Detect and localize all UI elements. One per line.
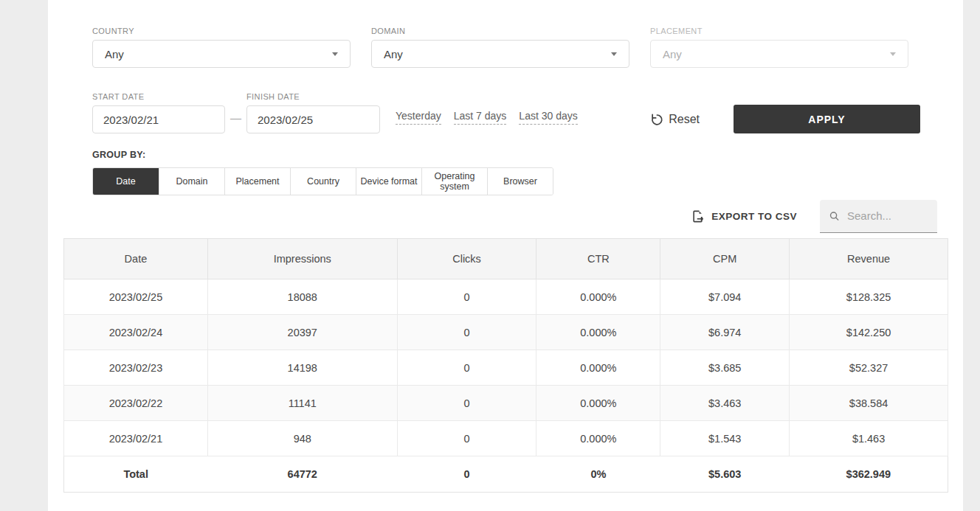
search-box <box>820 200 937 233</box>
cell-ctr: 0.000% <box>536 421 660 456</box>
table-body: 2023/02/25 18088 0 0.000% $7.094 $128.32… <box>64 279 948 456</box>
start-date-input[interactable] <box>92 105 225 133</box>
cell-cpm: $1.543 <box>660 421 790 456</box>
table-header-row: Date Impressions Clicks CTR CPM Revenue <box>64 239 948 279</box>
stats-table: Date Impressions Clicks CTR CPM Revenue … <box>63 238 948 493</box>
start-date-field: START DATE <box>92 92 225 133</box>
table-toolbar: EXPORT TO CSV <box>48 199 937 233</box>
domain-select-value: Any <box>384 48 403 60</box>
total-row: Total 64772 0 0% $5.603 $362.949 <box>64 456 948 493</box>
cell-date: 2023/02/22 <box>64 386 208 421</box>
table-row: 2023/02/23 14198 0 0.000% $3.685 $52.327 <box>64 350 948 386</box>
search-icon <box>829 209 840 223</box>
tab-device-format[interactable]: Device format <box>356 168 421 195</box>
domain-select[interactable]: Any <box>371 40 629 68</box>
reset-label: Reset <box>669 113 700 126</box>
table-row: 2023/02/24 20397 0 0.000% $6.974 $142.25… <box>64 315 948 350</box>
total-ctr: 0% <box>536 456 660 493</box>
country-select[interactable]: Any <box>92 40 351 68</box>
placement-field: PLACEMENT Any <box>650 27 908 68</box>
cell-ctr: 0.000% <box>536 315 660 350</box>
col-header-clicks: Clicks <box>397 239 536 279</box>
cell-revenue: $142.250 <box>790 315 948 350</box>
tab-browser[interactable]: Browser <box>487 168 553 195</box>
cell-date: 2023/02/21 <box>64 421 208 456</box>
export-csv-button[interactable]: EXPORT TO CSV <box>691 209 797 223</box>
cell-impressions: 20397 <box>207 315 397 350</box>
start-date-label: START DATE <box>92 92 225 101</box>
col-header-impressions: Impressions <box>207 239 397 279</box>
table-row: 2023/02/21 948 0 0.000% $1.543 $1.463 <box>64 421 948 456</box>
filter-row-selects: COUNTRY Any DOMAIN Any PLACEMENT Any <box>48 0 963 68</box>
cell-clicks: 0 <box>397 421 536 456</box>
quick-range-last30[interactable]: Last 30 days <box>519 110 577 125</box>
total-cpm: $5.603 <box>660 456 790 493</box>
placement-select-value: Any <box>663 48 682 60</box>
quick-range-links: Yesterday Last 7 days Last 30 days <box>396 110 578 125</box>
quick-range-yesterday[interactable]: Yesterday <box>396 110 441 125</box>
quick-range-last7[interactable]: Last 7 days <box>454 110 507 125</box>
cell-revenue: $52.327 <box>790 350 948 386</box>
cell-date: 2023/02/24 <box>64 315 208 350</box>
chevron-down-icon <box>890 52 896 56</box>
date-range-dash: — <box>230 111 241 124</box>
chevron-down-icon <box>332 52 338 56</box>
cell-clicks: 0 <box>397 315 536 350</box>
placement-label: PLACEMENT <box>650 27 908 35</box>
chevron-down-icon <box>611 52 617 56</box>
col-header-date: Date <box>64 239 208 279</box>
reset-button[interactable]: Reset <box>650 113 700 126</box>
cell-ctr: 0.000% <box>536 279 660 315</box>
total-clicks: 0 <box>397 456 536 493</box>
cell-impressions: 14198 <box>207 350 397 386</box>
cell-cpm: $7.094 <box>660 279 790 315</box>
cell-revenue: $128.325 <box>790 279 948 315</box>
col-header-cpm: CPM <box>660 239 790 279</box>
tab-operating-system[interactable]: Operating system <box>421 168 487 195</box>
search-input[interactable] <box>847 209 928 222</box>
tab-date[interactable]: Date <box>93 168 159 195</box>
cell-cpm: $6.974 <box>660 315 790 350</box>
export-file-icon <box>691 209 705 223</box>
finish-date-input[interactable] <box>246 105 380 133</box>
tab-domain[interactable]: Domain <box>159 168 224 195</box>
cell-revenue: $38.584 <box>790 386 948 421</box>
cell-ctr: 0.000% <box>536 386 660 421</box>
cell-revenue: $1.463 <box>790 421 948 456</box>
cell-clicks: 0 <box>397 279 536 315</box>
tab-placement[interactable]: Placement <box>224 168 290 195</box>
export-csv-label: EXPORT TO CSV <box>711 211 797 222</box>
restore-icon <box>650 113 663 126</box>
cell-impressions: 948 <box>207 421 397 456</box>
cell-impressions: 11141 <box>207 386 397 421</box>
total-impressions: 64772 <box>207 456 397 493</box>
col-header-ctr: CTR <box>536 239 660 279</box>
col-header-revenue: Revenue <box>790 239 948 279</box>
cell-impressions: 18088 <box>207 279 397 315</box>
table-row: 2023/02/22 11141 0 0.000% $3.463 $38.584 <box>64 386 948 421</box>
content-panel: COUNTRY Any DOMAIN Any PLACEMENT Any STA… <box>48 0 963 511</box>
cell-clicks: 0 <box>397 350 536 386</box>
table-footer: Total 64772 0 0% $5.603 $362.949 <box>64 456 948 493</box>
finish-date-label: FINISH DATE <box>246 92 380 101</box>
cell-ctr: 0.000% <box>536 350 660 386</box>
table-header: Date Impressions Clicks CTR CPM Revenue <box>64 239 948 279</box>
total-label: Total <box>64 456 208 493</box>
country-field: COUNTRY Any <box>92 27 351 68</box>
domain-field: DOMAIN Any <box>371 27 629 68</box>
country-label: COUNTRY <box>92 27 351 35</box>
cell-cpm: $3.463 <box>660 386 790 421</box>
filter-row-dates: START DATE — FINISH DATE Yesterday Last … <box>48 92 963 133</box>
placement-select: Any <box>650 40 908 68</box>
cell-date: 2023/02/25 <box>64 279 208 315</box>
finish-date-field: FINISH DATE <box>246 92 380 133</box>
domain-label: DOMAIN <box>371 27 629 35</box>
group-by-label: GROUP BY: <box>92 150 963 160</box>
country-select-value: Any <box>105 48 124 60</box>
total-revenue: $362.949 <box>790 456 948 493</box>
apply-button[interactable]: APPLY <box>734 105 920 133</box>
tab-country[interactable]: Country <box>290 168 356 195</box>
cell-cpm: $3.685 <box>660 350 790 386</box>
table-row: 2023/02/25 18088 0 0.000% $7.094 $128.32… <box>64 279 948 315</box>
group-by-tabs: Date Domain Placement Country Device for… <box>92 167 553 195</box>
